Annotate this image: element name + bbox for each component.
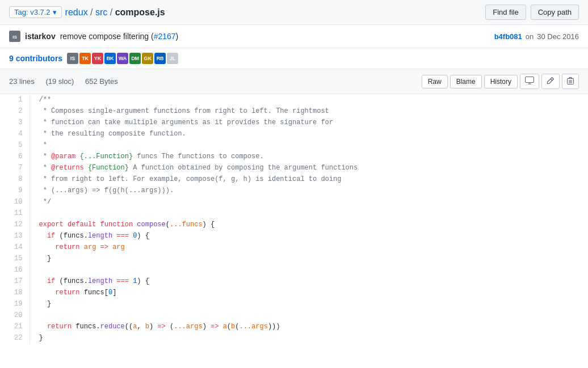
line-content: * from right to left. For example, compo… [30, 174, 588, 185]
commit-date-prefix: on [526, 32, 534, 41]
history-button[interactable]: History [484, 75, 518, 88]
code-area: 1/**2 * Composes single-argument functio… [0, 94, 588, 344]
table-row: 5 * [0, 139, 588, 151]
breadcrumb-sep2: / [107, 7, 115, 17]
line-number: 20 [0, 310, 30, 321]
delete-icon-button[interactable] [562, 74, 579, 89]
line-content: * @param {...Function} funcs The functio… [30, 151, 588, 162]
commit-sha[interactable]: b4fb081 [494, 32, 522, 41]
line-number: 3 [0, 117, 30, 128]
line-content: export default function compose(...funcs… [30, 219, 588, 230]
line-number: 15 [0, 253, 30, 264]
breadcrumb: redux / src / compose.js [65, 7, 165, 18]
breadcrumb-repo[interactable]: redux [65, 7, 88, 17]
line-number: 2 [0, 105, 30, 117]
tag-dropdown[interactable]: Tag: v3.7.2 ▾ [9, 6, 62, 18]
line-number: 1 [0, 94, 30, 105]
table-row: 17 if (funcs.length === 1) { [0, 276, 588, 287]
top-bar: Tag: v3.7.2 ▾ redux / src / compose.js F… [0, 0, 588, 25]
table-row: 12export default function compose(...fun… [0, 219, 588, 230]
line-content [30, 310, 588, 321]
line-content: */ [30, 196, 588, 208]
table-row: 19 } [0, 298, 588, 310]
commit-left: IS istarkov remove compose filtering (#2… [9, 31, 178, 42]
svg-rect-2 [526, 77, 534, 83]
table-row: 1/** [0, 94, 588, 105]
line-content: if (funcs.length === 1) { [30, 276, 588, 287]
contrib-avatar-5: WA [117, 53, 128, 64]
line-number: 13 [0, 230, 30, 242]
contrib-avatar-7: GK [142, 53, 153, 64]
file-info-bar: 23 lines (19 sloc) 652 Bytes Raw Blame H… [0, 69, 588, 94]
blame-button[interactable]: Blame [450, 75, 482, 88]
contributors-bar: 9 contributors IS TK YK BK WA DM GK RB J… [0, 48, 588, 69]
breadcrumb-folder[interactable]: src [95, 7, 107, 17]
table-row: 9 * (...args) => f(g(h(...args))). [0, 185, 588, 196]
line-content: * the resulting composite function. [30, 128, 588, 139]
line-number: 18 [0, 287, 30, 298]
svg-text:IS: IS [12, 35, 17, 40]
author-avatar: IS [9, 31, 20, 42]
table-row: 18 return funcs[0] [0, 287, 588, 298]
line-number: 21 [0, 321, 30, 332]
find-file-button[interactable]: Find file [485, 5, 526, 20]
top-bar-right: Find file Copy path [485, 5, 579, 20]
contrib-avatar-3: YK [92, 53, 103, 64]
contrib-avatar-8: RB [154, 53, 166, 64]
edit-icon-button[interactable] [541, 74, 560, 89]
contrib-avatar-9: JL [167, 53, 178, 64]
chevron-down-icon: ▾ [53, 8, 57, 16]
contributors-link[interactable]: 9 contributors [9, 54, 62, 63]
line-content: } [30, 332, 588, 344]
line-content: return funcs.reduce((a, b) => (...args) … [30, 321, 588, 332]
line-number: 8 [0, 174, 30, 185]
file-actions: Raw Blame History [422, 74, 579, 89]
line-number: 11 [0, 208, 30, 219]
commit-bar: IS istarkov remove compose filtering (#2… [0, 25, 588, 48]
line-number: 22 [0, 332, 30, 344]
file-meta: 23 lines (19 sloc) 652 Bytes [9, 77, 127, 86]
table-row: 7 * @returns {Function} A function obtai… [0, 162, 588, 174]
line-number: 7 [0, 162, 30, 174]
tag-label: Tag: v3.7.2 [14, 8, 51, 16]
contrib-avatar-2: TK [79, 53, 91, 64]
table-row: 14 return arg => arg [0, 242, 588, 253]
table-row: 3 * function can take multiple arguments… [0, 117, 588, 128]
contributor-avatars: IS TK YK BK WA DM GK RB JL [67, 53, 178, 64]
desktop-icon-button[interactable] [520, 74, 539, 89]
table-row: 11 [0, 208, 588, 219]
line-number: 17 [0, 276, 30, 287]
raw-button[interactable]: Raw [422, 75, 448, 88]
contrib-avatar-1: IS [67, 53, 78, 64]
line-content: * [30, 139, 588, 151]
line-content: * Composes single-argument functions fro… [30, 105, 588, 117]
line-content: * @returns {Function} A function obtaine… [30, 162, 588, 174]
line-content: /** [30, 94, 588, 105]
table-row: 20 [0, 310, 588, 321]
contrib-avatar-4: BK [104, 53, 116, 64]
line-number: 4 [0, 128, 30, 139]
table-row: 22} [0, 332, 588, 344]
line-number: 16 [0, 264, 30, 276]
copy-path-button[interactable]: Copy path [531, 5, 579, 20]
table-row: 6 * @param {...Function} funcs The funct… [0, 151, 588, 162]
line-content: } [30, 253, 588, 264]
line-content [30, 264, 588, 276]
file-lines: 23 lines [9, 77, 35, 86]
line-number: 14 [0, 242, 30, 253]
table-row: 16 [0, 264, 588, 276]
commit-author[interactable]: istarkov [25, 32, 56, 41]
line-content: } [30, 298, 588, 310]
top-bar-left: Tag: v3.7.2 ▾ redux / src / compose.js [9, 6, 165, 18]
table-row: 21 return funcs.reduce((a, b) => (...arg… [0, 321, 588, 332]
line-number: 19 [0, 298, 30, 310]
breadcrumb-sep1: / [88, 7, 95, 17]
breadcrumb-file: compose.js [115, 7, 165, 17]
line-content: return funcs[0] [30, 287, 588, 298]
commit-issue-link[interactable]: #2167 [154, 32, 176, 41]
file-size: 652 Bytes [85, 77, 118, 86]
line-number: 10 [0, 196, 30, 208]
line-number: 9 [0, 185, 30, 196]
commit-right: b4fb081 on 30 Dec 2016 [494, 32, 579, 41]
table-row: 4 * the resulting composite function. [0, 128, 588, 139]
